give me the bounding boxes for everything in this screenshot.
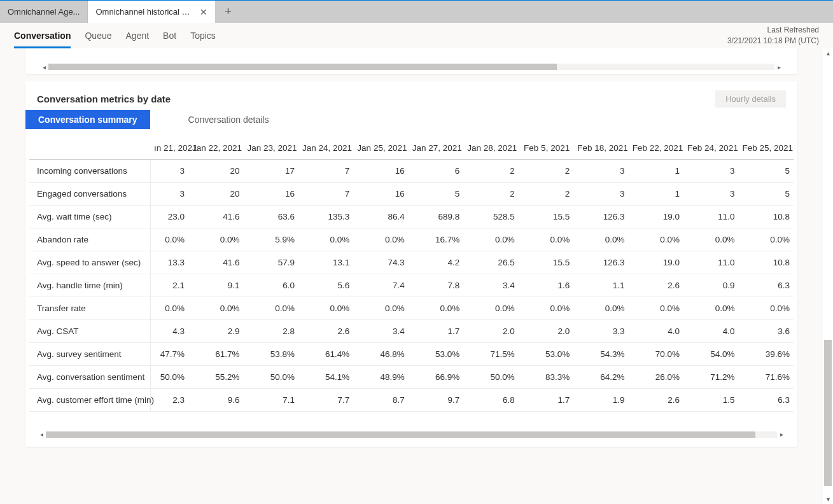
metric-cell: 64.2% (573, 366, 628, 389)
metric-cell: 0.0% (573, 297, 628, 320)
nav-row: Conversation Queue Agent Bot Topics Last… (0, 23, 833, 48)
metric-cell: 126.3 (573, 251, 628, 274)
metric-cell: 2.0 (463, 320, 518, 343)
scrollbar-track[interactable] (48, 64, 774, 70)
metric-cell: 13.1 (298, 251, 353, 274)
metric-cell: 8.7 (353, 389, 408, 412)
metric-cell: 83.3% (519, 366, 573, 389)
metric-cell: 3 (573, 160, 628, 183)
metric-cell: 46.8% (353, 343, 408, 366)
metric-cell: 53.8% (243, 343, 298, 366)
scrollbar-track[interactable] (46, 431, 777, 438)
metric-cell: 61.4% (298, 343, 353, 366)
scrollbar-thumb[interactable] (46, 431, 755, 438)
table-row: Abandon rate0.0%0.0%5.9%0.0%0.0%16.7%0.0… (29, 228, 794, 251)
metric-cell: 0.0% (739, 297, 794, 320)
table-column-header: Jan 23, 2021 (243, 137, 298, 160)
metric-cell: 26.5 (463, 251, 518, 274)
table-row: Avg. wait time (sec)23.041.663.6135.386.… (29, 206, 794, 228)
metric-cell: 53.0% (409, 343, 463, 366)
metric-cell: 16 (243, 183, 298, 206)
metric-cell: 7 (298, 160, 353, 183)
metric-cell: 54.0% (683, 343, 738, 366)
scroll-right-icon[interactable]: ▸ (777, 431, 786, 438)
browser-tab-active[interactable]: Omnichannel historical an... ✕ (88, 1, 215, 23)
table-column-header: Feb 18, 2021 (573, 137, 628, 160)
nav-tab-topics[interactable]: Topics (190, 23, 216, 48)
scroll-left-icon[interactable]: ◂ (37, 431, 46, 438)
metric-cell: 19.0 (629, 251, 683, 274)
metric-cell: 0.0% (629, 297, 683, 320)
metric-cell: 61.7% (188, 343, 243, 366)
metric-cell: 2 (519, 160, 573, 183)
metrics-panel: Conversation metrics by date Hourly deta… (25, 81, 797, 447)
metric-cell: 6.3 (739, 274, 794, 297)
metric-cell: 4.2 (409, 251, 463, 274)
metric-cell: 0.0% (463, 228, 518, 251)
metric-cell: 74.3 (353, 251, 408, 274)
metric-cell: 2.0 (519, 320, 573, 343)
browser-tab-inactive[interactable]: Omnichannel Age... (0, 1, 88, 23)
metric-cell: 0.0% (298, 228, 353, 251)
metric-cell: 0.0% (683, 297, 738, 320)
table-column-header: Jan 28, 2021 (463, 137, 518, 160)
scrollbar-thumb[interactable] (824, 340, 832, 486)
table-row: Incoming conversations320177166223135 (29, 160, 794, 183)
table-row: Transfer rate0.0%0.0%0.0%0.0%0.0%0.0%0.0… (29, 297, 794, 320)
tab-conversation-details[interactable]: Conversation details (176, 110, 282, 129)
scroll-down-icon[interactable]: ▾ (827, 494, 830, 504)
browser-tab-label: Omnichannel historical an... (95, 7, 193, 17)
metric-cell: 86.4 (353, 206, 408, 228)
metric-cell: 2.3 (150, 389, 188, 412)
metric-cell: 2.6 (298, 320, 353, 343)
metric-cell: 50.0% (463, 366, 518, 389)
metric-cell: 0.0% (519, 228, 573, 251)
top-panel: ◂ ▸ (25, 48, 797, 74)
metrics-h-scroll[interactable]: ◂ ▸ (25, 431, 797, 438)
table-header-blank (29, 137, 150, 160)
add-tab-button[interactable]: + (215, 1, 241, 23)
scrollbar-thumb[interactable] (48, 64, 557, 70)
metric-cell: 41.6 (188, 206, 243, 228)
nav-tab-queue[interactable]: Queue (85, 23, 111, 48)
last-refreshed: Last Refreshed 3/21/2021 10:18 PM (UTC) (727, 25, 819, 46)
scroll-up-icon[interactable]: ▴ (827, 48, 830, 58)
metric-cell: 2 (463, 160, 518, 183)
scroll-left-icon[interactable]: ◂ (39, 64, 48, 71)
metric-cell: 50.0% (243, 366, 298, 389)
nav-tab-agent[interactable]: Agent (126, 23, 150, 48)
metric-cell: 4.0 (629, 320, 683, 343)
metric-cell: 126.3 (573, 206, 628, 228)
nav-tab-conversation[interactable]: Conversation (14, 23, 71, 48)
metric-cell: 63.6 (243, 206, 298, 228)
metric-cell: 55.2% (188, 366, 243, 389)
nav-tab-bot[interactable]: Bot (163, 23, 176, 48)
metric-cell: 17 (243, 160, 298, 183)
scroll-right-icon[interactable]: ▸ (774, 64, 783, 71)
metric-cell: 2.6 (629, 389, 683, 412)
metric-cell: 9.1 (188, 274, 243, 297)
metric-cell: 6.3 (739, 389, 794, 412)
table-row: Avg. conversation sentiment50.0%55.2%50.… (29, 366, 794, 389)
metric-cell: 13.3 (150, 251, 188, 274)
close-icon[interactable]: ✕ (200, 8, 207, 17)
page-scrollbar[interactable]: ▴ ▾ (823, 48, 833, 504)
metric-cell: 53.0% (519, 343, 573, 366)
metric-cell: 4.0 (683, 320, 738, 343)
metric-cell: 41.6 (188, 251, 243, 274)
metric-cell: 11.0 (683, 206, 738, 228)
metric-cell: 6 (409, 160, 463, 183)
metric-cell: 0.0% (150, 297, 188, 320)
metric-cell: 5 (739, 160, 794, 183)
metric-cell: 11.0 (683, 251, 738, 274)
top-panel-scroll[interactable]: ◂ ▸ (39, 64, 783, 70)
metric-cell: 3.3 (573, 320, 628, 343)
metric-cell: 39.6% (739, 343, 794, 366)
metric-cell: 9.7 (409, 389, 463, 412)
metric-cell: 3 (150, 160, 188, 183)
tab-conversation-summary[interactable]: Conversation summary (25, 110, 150, 129)
hourly-details-button[interactable]: Hourly details (715, 90, 786, 108)
metric-cell: 3 (150, 183, 188, 206)
table-row: Avg. speed to answer (sec)13.341.657.913… (29, 251, 794, 274)
plus-icon: + (225, 5, 232, 18)
